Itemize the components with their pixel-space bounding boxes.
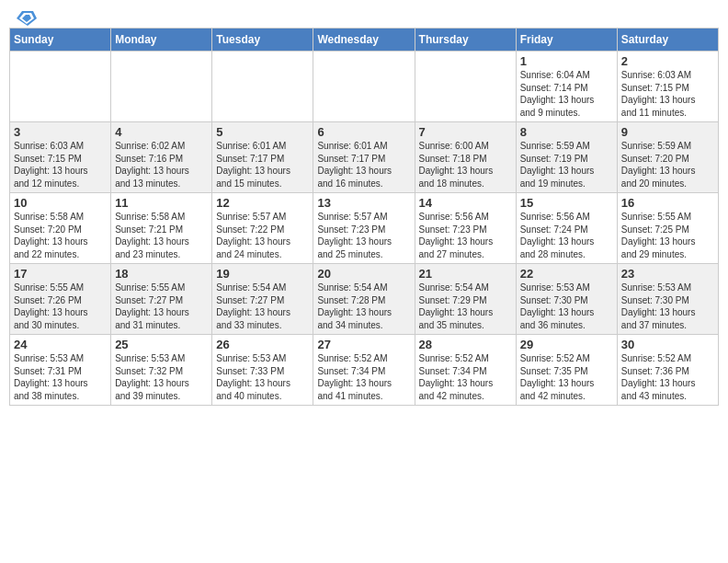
day-info: Sunrise: 5:53 AM Sunset: 7:31 PM Dayligh… xyxy=(14,352,107,402)
calendar-day: 25Sunrise: 5:53 AM Sunset: 7:32 PM Dayli… xyxy=(111,335,212,406)
day-info: Sunrise: 5:55 AM Sunset: 7:26 PM Dayligh… xyxy=(14,282,107,331)
day-info: Sunrise: 5:54 AM Sunset: 7:29 PM Dayligh… xyxy=(419,282,512,331)
calendar-day: 26Sunrise: 5:53 AM Sunset: 7:33 PM Dayli… xyxy=(212,335,313,406)
weekday-header: Tuesday xyxy=(212,29,313,52)
day-number: 6 xyxy=(317,125,410,139)
weekday-header: Monday xyxy=(111,29,212,52)
day-info: Sunrise: 5:58 AM Sunset: 7:20 PM Dayligh… xyxy=(14,211,107,260)
day-info: Sunrise: 6:02 AM Sunset: 7:16 PM Dayligh… xyxy=(115,140,208,190)
day-number: 12 xyxy=(216,196,309,210)
day-number: 28 xyxy=(419,338,512,351)
calendar-day: 11Sunrise: 5:58 AM Sunset: 7:21 PM Dayli… xyxy=(111,193,212,264)
day-info: Sunrise: 6:03 AM Sunset: 7:15 PM Dayligh… xyxy=(14,140,107,190)
day-info: Sunrise: 5:52 AM Sunset: 7:34 PM Dayligh… xyxy=(419,352,512,402)
day-info: Sunrise: 5:53 AM Sunset: 7:30 PM Dayligh… xyxy=(621,282,714,331)
day-info: Sunrise: 5:53 AM Sunset: 7:33 PM Dayligh… xyxy=(216,352,309,402)
calendar-day: 20Sunrise: 5:54 AM Sunset: 7:28 PM Dayli… xyxy=(313,264,415,335)
day-info: Sunrise: 5:59 AM Sunset: 7:19 PM Dayligh… xyxy=(520,140,613,190)
empty-cell xyxy=(212,52,313,122)
calendar-day: 7Sunrise: 6:00 AM Sunset: 7:18 PM Daylig… xyxy=(415,122,516,193)
calendar-day: 22Sunrise: 5:53 AM Sunset: 7:30 PM Dayli… xyxy=(516,264,617,335)
empty-cell xyxy=(111,52,212,122)
weekday-header: Thursday xyxy=(415,29,516,52)
calendar-day: 21Sunrise: 5:54 AM Sunset: 7:29 PM Dayli… xyxy=(415,264,516,335)
day-info: Sunrise: 6:00 AM Sunset: 7:18 PM Dayligh… xyxy=(419,140,512,190)
calendar-day: 14Sunrise: 5:56 AM Sunset: 7:23 PM Dayli… xyxy=(415,193,516,264)
day-number: 22 xyxy=(520,267,613,281)
calendar-day: 9Sunrise: 5:59 AM Sunset: 7:20 PM Daylig… xyxy=(617,122,718,193)
day-number: 29 xyxy=(520,338,613,351)
calendar-day: 17Sunrise: 5:55 AM Sunset: 7:26 PM Dayli… xyxy=(10,264,111,335)
day-number: 14 xyxy=(419,196,512,210)
day-info: Sunrise: 5:56 AM Sunset: 7:24 PM Dayligh… xyxy=(520,211,613,260)
empty-cell xyxy=(10,52,111,122)
day-info: Sunrise: 5:54 AM Sunset: 7:27 PM Dayligh… xyxy=(216,282,309,331)
day-number: 17 xyxy=(14,267,107,281)
day-info: Sunrise: 5:57 AM Sunset: 7:22 PM Dayligh… xyxy=(216,211,309,260)
day-number: 15 xyxy=(520,196,613,210)
calendar-day: 29Sunrise: 5:52 AM Sunset: 7:35 PM Dayli… xyxy=(516,335,617,406)
day-info: Sunrise: 6:01 AM Sunset: 7:17 PM Dayligh… xyxy=(317,140,410,190)
calendar-day: 23Sunrise: 5:53 AM Sunset: 7:30 PM Dayli… xyxy=(617,264,718,335)
day-info: Sunrise: 5:56 AM Sunset: 7:23 PM Dayligh… xyxy=(419,211,512,260)
day-number: 2 xyxy=(621,54,714,68)
weekday-header: Saturday xyxy=(617,29,718,52)
calendar-day: 1Sunrise: 6:04 AM Sunset: 7:14 PM Daylig… xyxy=(516,52,617,122)
day-number: 23 xyxy=(621,267,714,281)
day-info: Sunrise: 6:04 AM Sunset: 7:14 PM Dayligh… xyxy=(520,69,613,119)
day-info: Sunrise: 5:52 AM Sunset: 7:35 PM Dayligh… xyxy=(520,352,613,402)
calendar-day: 28Sunrise: 5:52 AM Sunset: 7:34 PM Dayli… xyxy=(415,335,516,406)
day-info: Sunrise: 5:52 AM Sunset: 7:36 PM Dayligh… xyxy=(621,352,714,402)
day-number: 16 xyxy=(621,196,714,210)
weekday-header: Friday xyxy=(516,29,617,52)
day-number: 21 xyxy=(419,267,512,281)
day-number: 26 xyxy=(216,338,309,351)
calendar-day: 19Sunrise: 5:54 AM Sunset: 7:27 PM Dayli… xyxy=(212,264,313,335)
weekday-header: Wednesday xyxy=(313,29,415,52)
day-number: 10 xyxy=(14,196,107,210)
logo-icon xyxy=(17,9,37,26)
day-info: Sunrise: 5:53 AM Sunset: 7:30 PM Dayligh… xyxy=(520,282,613,331)
day-number: 19 xyxy=(216,267,309,281)
page-header xyxy=(0,0,728,28)
day-number: 20 xyxy=(317,267,410,281)
day-number: 3 xyxy=(14,125,107,139)
day-number: 4 xyxy=(115,125,208,139)
calendar-day: 27Sunrise: 5:52 AM Sunset: 7:34 PM Dayli… xyxy=(313,335,415,406)
day-info: Sunrise: 5:52 AM Sunset: 7:34 PM Dayligh… xyxy=(317,352,410,402)
day-info: Sunrise: 5:55 AM Sunset: 7:25 PM Dayligh… xyxy=(621,211,714,260)
day-number: 9 xyxy=(621,125,714,139)
calendar-day: 6Sunrise: 6:01 AM Sunset: 7:17 PM Daylig… xyxy=(313,122,415,193)
calendar-day: 2Sunrise: 6:03 AM Sunset: 7:15 PM Daylig… xyxy=(617,52,718,122)
day-number: 24 xyxy=(14,338,107,351)
day-number: 11 xyxy=(115,196,208,210)
day-number: 25 xyxy=(115,338,208,351)
day-number: 18 xyxy=(115,267,208,281)
calendar-day: 18Sunrise: 5:55 AM Sunset: 7:27 PM Dayli… xyxy=(111,264,212,335)
day-info: Sunrise: 5:55 AM Sunset: 7:27 PM Dayligh… xyxy=(115,282,208,331)
calendar-day: 8Sunrise: 5:59 AM Sunset: 7:19 PM Daylig… xyxy=(516,122,617,193)
weekday-header: Sunday xyxy=(10,29,111,52)
logo xyxy=(15,9,37,22)
calendar-day: 30Sunrise: 5:52 AM Sunset: 7:36 PM Dayli… xyxy=(617,335,718,406)
day-number: 1 xyxy=(520,54,613,68)
calendar-table: SundayMondayTuesdayWednesdayThursdayFrid… xyxy=(9,28,719,406)
calendar-day: 3Sunrise: 6:03 AM Sunset: 7:15 PM Daylig… xyxy=(10,122,111,193)
day-number: 7 xyxy=(419,125,512,139)
day-number: 13 xyxy=(317,196,410,210)
calendar-day: 16Sunrise: 5:55 AM Sunset: 7:25 PM Dayli… xyxy=(617,193,718,264)
day-number: 30 xyxy=(621,338,714,351)
calendar-day: 12Sunrise: 5:57 AM Sunset: 7:22 PM Dayli… xyxy=(212,193,313,264)
calendar-day: 15Sunrise: 5:56 AM Sunset: 7:24 PM Dayli… xyxy=(516,193,617,264)
calendar-day: 10Sunrise: 5:58 AM Sunset: 7:20 PM Dayli… xyxy=(10,193,111,264)
day-info: Sunrise: 6:03 AM Sunset: 7:15 PM Dayligh… xyxy=(621,69,714,119)
day-info: Sunrise: 5:54 AM Sunset: 7:28 PM Dayligh… xyxy=(317,282,410,331)
day-info: Sunrise: 5:59 AM Sunset: 7:20 PM Dayligh… xyxy=(621,140,714,190)
calendar-day: 4Sunrise: 6:02 AM Sunset: 7:16 PM Daylig… xyxy=(111,122,212,193)
day-info: Sunrise: 5:57 AM Sunset: 7:23 PM Dayligh… xyxy=(317,211,410,260)
day-info: Sunrise: 6:01 AM Sunset: 7:17 PM Dayligh… xyxy=(216,140,309,190)
day-number: 5 xyxy=(216,125,309,139)
day-number: 27 xyxy=(317,338,410,351)
day-info: Sunrise: 5:58 AM Sunset: 7:21 PM Dayligh… xyxy=(115,211,208,260)
day-info: Sunrise: 5:53 AM Sunset: 7:32 PM Dayligh… xyxy=(115,352,208,402)
